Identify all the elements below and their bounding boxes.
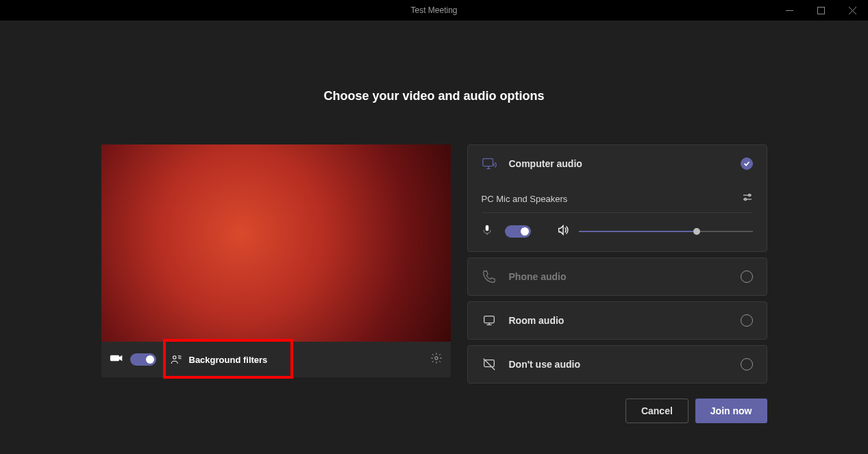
radio-icon: [741, 358, 753, 370]
room-audio-option[interactable]: Room audio: [468, 302, 767, 339]
phone-icon: [482, 269, 497, 284]
phone-audio-option[interactable]: Phone audio: [468, 258, 767, 295]
footer-buttons: Cancel Join now: [467, 399, 767, 423]
room-audio-card: Room audio: [467, 301, 767, 340]
pre-join-screen: Choose your video and audio options Back…: [0, 21, 868, 454]
svg-rect-6: [482, 159, 493, 166]
computer-audio-icon: [482, 156, 497, 171]
join-now-button[interactable]: Join now: [695, 399, 767, 423]
volume-thumb[interactable]: [693, 228, 700, 235]
window-title: Test Meeting: [410, 5, 457, 15]
volume-slider[interactable]: [579, 231, 753, 232]
svg-rect-12: [484, 316, 494, 323]
volume-fill: [579, 231, 697, 232]
computer-audio-option[interactable]: Computer audio: [468, 145, 767, 182]
svg-point-5: [434, 357, 438, 360]
no-audio-label: Don't use audio: [509, 359, 580, 370]
close-button[interactable]: [836, 0, 868, 21]
minimize-button[interactable]: [773, 0, 805, 21]
no-audio-card: Don't use audio: [467, 345, 767, 383]
mic-icon: [482, 225, 493, 238]
radio-icon: [741, 314, 753, 327]
maximize-button[interactable]: [805, 0, 836, 21]
radio-icon: [741, 270, 753, 283]
no-audio-option[interactable]: Don't use audio: [468, 346, 767, 383]
room-icon: [482, 313, 497, 328]
content-row: Background filters Computer audio: [101, 144, 767, 423]
computer-audio-label: Computer audio: [509, 158, 582, 169]
svg-point-4: [173, 356, 176, 360]
svg-rect-1: [817, 7, 824, 14]
video-bar: Background filters: [101, 342, 451, 377]
camera-toggle[interactable]: [130, 353, 156, 366]
speaker-icon: [557, 224, 569, 239]
svg-rect-11: [486, 225, 488, 231]
device-row[interactable]: PC Mic and Speakers: [482, 182, 753, 213]
video-settings-button[interactable]: [430, 352, 443, 367]
phone-audio-card: Phone audio: [467, 257, 767, 296]
device-section: PC Mic and Speakers: [468, 182, 767, 251]
computer-audio-card: Computer audio PC Mic and Speakers: [467, 144, 767, 252]
titlebar: Test Meeting: [0, 0, 868, 21]
window-controls: [773, 0, 868, 21]
video-column: Background filters: [101, 144, 451, 423]
selected-check-icon: [741, 157, 753, 170]
device-label: PC Mic and Speakers: [482, 194, 568, 204]
audio-controls-row: [482, 213, 753, 239]
cancel-button[interactable]: Cancel: [625, 399, 689, 423]
background-filters-label: Background filters: [189, 355, 268, 365]
device-settings-icon[interactable]: [742, 192, 753, 205]
video-preview: [101, 144, 451, 342]
no-audio-icon: [482, 357, 497, 372]
audio-column: Computer audio PC Mic and Speakers: [467, 144, 767, 383]
camera-icon: [110, 351, 123, 368]
background-filters-button[interactable]: Background filters: [160, 342, 277, 377]
page-title: Choose your video and audio options: [323, 89, 544, 103]
right-column: Computer audio PC Mic and Speakers: [467, 144, 767, 423]
room-audio-label: Room audio: [509, 315, 565, 326]
phone-audio-label: Phone audio: [509, 271, 567, 282]
mic-toggle[interactable]: [505, 225, 531, 238]
